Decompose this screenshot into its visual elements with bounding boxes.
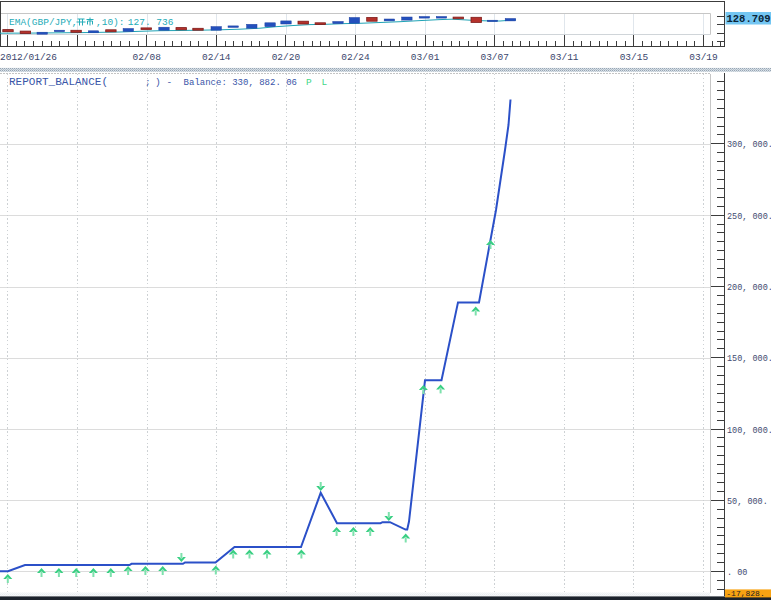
svg-text:-17,828.: -17,828. [726, 589, 764, 598]
svg-text:127. 736: 127. 736 [128, 17, 174, 28]
svg-text:REPORT_BALANCE(: REPORT_BALANCE( [9, 76, 108, 88]
svg-text:03/15: 03/15 [620, 52, 649, 63]
svg-text:02/24: 02/24 [341, 52, 370, 63]
svg-text:02/14: 02/14 [202, 52, 231, 63]
svg-text:128.709: 128.709 [727, 13, 771, 25]
svg-text:02/08: 02/08 [132, 52, 161, 63]
svg-text:;: ; [145, 77, 151, 88]
svg-text:P: P [306, 77, 312, 88]
svg-text:50, 000. 00: 50, 000. 00 [727, 497, 771, 507]
svg-text:100, 000. 00: 100, 000. 00 [727, 426, 771, 436]
svg-text:03/07: 03/07 [480, 52, 509, 63]
svg-text:): ) [155, 77, 161, 88]
svg-text:,10):: ,10): [96, 17, 125, 28]
svg-text:Balance: 330, 882. 06: Balance: 330, 882. 06 [184, 78, 297, 88]
svg-text:2012/01/26: 2012/01/26 [0, 52, 57, 63]
svg-text:EMA(GBP/JPY,: EMA(GBP/JPY, [9, 17, 77, 28]
svg-text:L: L [322, 77, 328, 88]
svg-text:-: - [167, 77, 173, 88]
svg-text:02/20: 02/20 [272, 52, 301, 63]
svg-text:200, 000. 00: 200, 000. 00 [727, 283, 771, 293]
svg-text:03/11: 03/11 [550, 52, 579, 63]
svg-text:250, 000. 00: 250, 000. 00 [727, 212, 771, 222]
svg-text:03/01: 03/01 [411, 52, 440, 63]
svg-text:. 00: . 00 [727, 568, 747, 578]
svg-text:03/19: 03/19 [689, 52, 718, 63]
svg-text:150, 000. 00: 150, 000. 00 [727, 354, 771, 364]
svg-text:300, 000. 00: 300, 000. 00 [727, 140, 771, 150]
